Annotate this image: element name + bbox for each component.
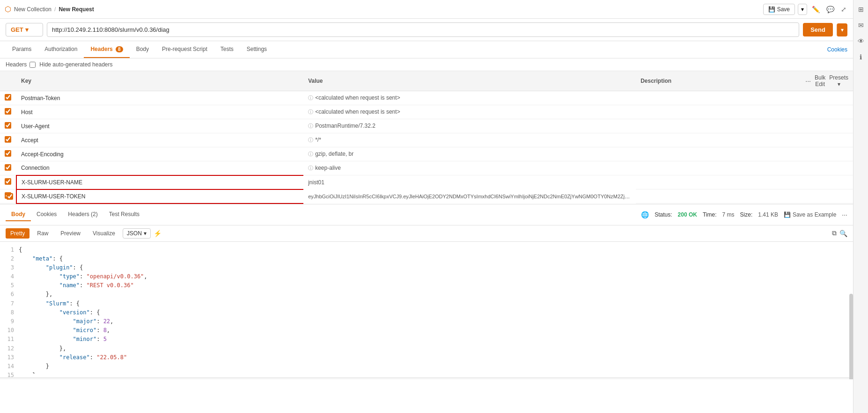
row-checkbox[interactable] [7,193,13,200]
filter-icon[interactable]: ⚡ [154,230,162,237]
send-dropdown-button[interactable]: ▾ [837,23,847,36]
app-logo-icon: ⬡ [5,5,11,14]
tab-params[interactable]: Params [6,41,38,58]
edit-icon[interactable]: ✏️ [810,4,822,15]
copy-button[interactable]: ⧉ [832,229,837,237]
save-icon: 💾 [768,6,775,13]
table-row-highlighted: X-SLURM-USER-TOKEN eyJhbGciOiJIUzI1NiIsI… [0,189,853,203]
tab-authorization[interactable]: Authorization [38,41,84,58]
col-key-header: Key [16,71,303,91]
row-value: <calculated when request is sent> [315,109,400,115]
request-name: New Request [59,6,94,13]
table-row: Host ⓘ<calculated when request is sent> [0,105,853,119]
hide-auto-checkbox[interactable] [29,62,36,68]
format-label: JSON [127,230,142,237]
row-desc [636,147,801,161]
row-checkbox[interactable] [5,122,11,129]
sidebar-eye-icon[interactable]: 👁 [856,36,866,47]
search-button[interactable]: 🔍 [839,229,847,237]
expand-icon[interactable]: ⤢ [839,4,848,15]
response-tab-body[interactable]: Body [6,208,31,221]
row-key: Accept-Encoding [21,151,64,158]
code-line: "release": "22.05.8" [19,353,848,362]
collection-name[interactable]: New Collection [14,6,51,13]
row-value-slurm-token: eyJhbGciOiJIUzI1NiIsInR5cCI6IkpxVCJ9.eyJ… [308,194,636,199]
view-pretty-button[interactable]: Pretty [6,228,29,239]
row-desc [636,189,801,203]
hide-auto-label[interactable]: Hide auto-generated headers [29,61,112,68]
table-more-button[interactable]: ··· [805,77,811,85]
code-line: "name": "REST v0.0.36" [19,281,848,290]
code-line: }, [19,344,848,353]
info-icon: ⓘ [308,109,313,115]
code-line: "meta": { [19,254,848,263]
tab-tests[interactable]: Tests [214,41,240,58]
row-key: Host [21,109,33,116]
col-desc-header: Description [636,71,801,91]
tab-body[interactable]: Body [130,41,155,58]
headers-label: Headers [6,61,27,68]
url-input[interactable] [47,22,799,37]
save-button[interactable]: 💾 Save [763,4,795,15]
presets-button[interactable]: Presets ▾ [829,74,848,87]
line-numbers: 12345 678910 1112131415 161718 [0,246,19,374]
col-value-header: Value [303,71,636,91]
row-checkbox[interactable] [5,136,11,143]
status-label: Status: [655,211,672,218]
row-checkbox[interactable] [5,178,11,185]
headers-section: Headers Hide auto-generated headers Key … [0,58,853,204]
headers-table: Key Value Description ··· Bulk Edit Pres… [0,71,853,204]
save-dropdown-button[interactable]: ▾ [798,4,807,15]
headers-toolbar: Headers Hide auto-generated headers [0,58,853,71]
row-checkbox[interactable] [5,164,11,171]
send-button[interactable]: Send [803,23,833,36]
row-value: */* [315,137,321,143]
sidebar-grid-icon[interactable]: ⊞ [856,4,866,15]
time-value: 7 ms [722,211,735,218]
scrollbar-thumb[interactable] [849,294,853,379]
code-line: "version": { [19,308,848,317]
globe-icon: 🌐 [641,211,649,218]
size-label: Size: [740,211,753,218]
row-checkbox[interactable] [5,108,11,115]
tab-headers[interactable]: Headers 8 [84,41,129,58]
tab-settings[interactable]: Settings [240,41,273,58]
row-value: keep-alive [315,165,341,171]
method-chevron-icon: ▾ [25,26,29,33]
top-bar: ⬡ New Collection / New Request 💾 Save ▾ … [0,0,853,19]
row-value: gzip, deflate, br [315,151,353,157]
cookies-link[interactable]: Cookies [827,46,847,53]
response-more-button[interactable]: ··· [842,211,847,218]
method-select[interactable]: GET ▾ [6,23,43,36]
scrollbar-area [0,377,853,379]
tab-pre-request-script[interactable]: Pre-request Script [155,41,214,58]
response-tab-cookies[interactable]: Cookies [31,208,62,221]
row-desc [636,133,801,147]
table-row: Postman-Token ⓘ<calculated when request … [0,91,853,105]
table-row: User-Agent ⓘPostmanRuntime/7.32.2 [0,119,853,133]
sidebar-info-icon[interactable]: ℹ [858,51,864,63]
sidebar-mail-icon[interactable]: ✉ [856,20,866,31]
bulk-edit-button[interactable]: Bulk Edit [815,74,825,87]
row-desc [636,119,801,133]
info-icon: ⓘ [308,137,313,143]
view-visualize-button[interactable]: Visualize [88,228,120,239]
row-key-slurm-username: X-SLURM-USER-NAME [22,179,82,186]
table-row: Accept-Encoding ⓘgzip, deflate, br [0,147,853,161]
save-example-button[interactable]: 💾 Save as Example [784,211,836,218]
row-checkbox[interactable] [5,150,11,157]
request-tab-bar: Params Authorization Headers 8 Body Pre-… [0,41,853,58]
response-tab-test-results[interactable]: Test Results [103,208,145,221]
format-select[interactable]: JSON ▾ [123,228,151,239]
row-checkbox[interactable] [5,94,11,101]
view-raw-button[interactable]: Raw [32,228,53,239]
code-lines: { "meta": { "plugin": { "type": "openapi… [19,246,853,374]
info-icon: ⓘ [308,123,313,129]
format-chevron-icon: ▾ [144,230,147,237]
view-preview-button[interactable]: Preview [56,228,85,239]
row-key-slurm-token: X-SLURM-USER-TOKEN [22,193,85,200]
row-value-slurm-username: jnist01 [308,179,324,186]
response-tab-headers[interactable]: Headers (2) [62,208,103,221]
info-icon: ⓘ [308,95,313,101]
comment-icon[interactable]: 💬 [824,4,836,15]
